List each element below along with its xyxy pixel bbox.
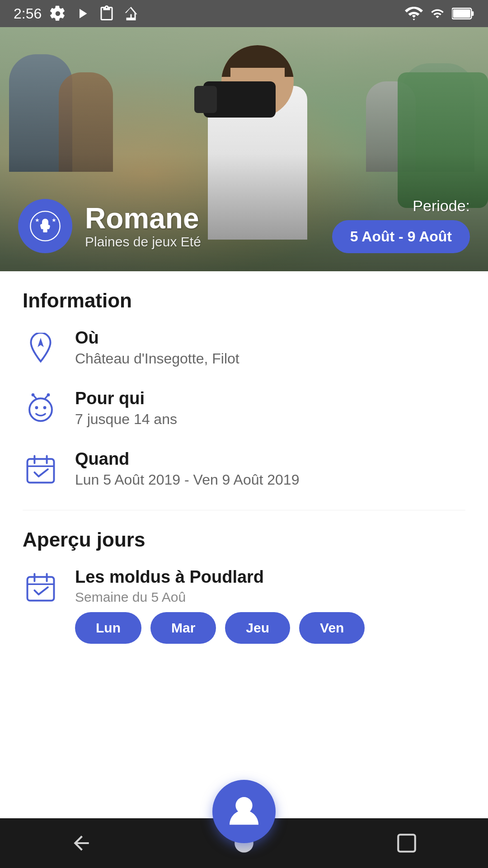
svg-rect-19 xyxy=(28,459,54,482)
svg-point-18 xyxy=(47,393,50,396)
where-title: Où xyxy=(75,328,239,348)
hero-text: Romane Plaines de jeux Eté xyxy=(85,203,201,250)
apercu-calendar-icon-container xyxy=(23,569,59,605)
svg-rect-23 xyxy=(28,577,54,600)
fab-person-icon xyxy=(226,793,262,830)
hero-name: Romane xyxy=(85,203,201,234)
apercu-item-content: Les moldus à Poudlard Semaine du 5 Aoû L… xyxy=(75,567,365,644)
status-bar: 2:56 xyxy=(0,0,488,27)
where-detail: Château d'Insegotte, Filot xyxy=(75,350,239,367)
for-whom-title: Pour qui xyxy=(75,389,177,408)
svg-rect-8 xyxy=(43,229,47,232)
when-detail: Lun 5 Août 2019 - Ven 9 Août 2019 xyxy=(75,472,299,488)
apercu-calendar-icon xyxy=(25,572,56,603)
hero-avatar: ★ ★ xyxy=(18,199,72,253)
svg-text:★: ★ xyxy=(35,217,40,223)
info-item-for-whom: Pour qui 7 jusque 14 ans xyxy=(23,389,465,428)
signal-icon xyxy=(429,7,446,20)
periode-label: Periode: xyxy=(413,197,470,215)
day-buttons: Lun Mar Jeu Ven xyxy=(75,612,365,644)
hero-subtitle: Plaines de jeux Eté xyxy=(85,234,201,250)
calendar-icon-container xyxy=(23,451,59,487)
play-icon xyxy=(74,5,90,22)
apercu-title: Aperçu jours xyxy=(23,528,465,551)
recent-apps-icon xyxy=(395,832,418,854)
location-icon-container xyxy=(23,330,59,366)
svg-point-16 xyxy=(32,393,35,396)
info-text-for-whom: Pour qui 7 jusque 14 ans xyxy=(75,389,177,428)
location-icon xyxy=(25,333,56,363)
svg-point-13 xyxy=(35,406,38,409)
fab-profile[interactable] xyxy=(212,780,276,843)
svg-rect-2 xyxy=(453,9,470,18)
hero-left: ★ ★ Romane Plaines de jeux Eté xyxy=(18,199,201,253)
svg-point-14 xyxy=(43,406,47,409)
information-title: Information xyxy=(23,289,465,312)
store-icon xyxy=(123,5,139,22)
apercu-item-title: Les moldus à Poudlard xyxy=(75,567,365,587)
gear-icon xyxy=(50,5,66,22)
svg-rect-29 xyxy=(398,835,415,852)
time: 2:56 xyxy=(14,5,42,22)
status-bar-left: 2:56 xyxy=(14,5,139,22)
hero-right: Periode: 5 Août - 9 Août xyxy=(332,197,470,253)
hero-content: ★ ★ Romane Plaines de jeux Eté Periode: … xyxy=(18,197,470,253)
svg-text:★: ★ xyxy=(52,217,56,223)
apercu-section: Aperçu jours Les moldus à Poudlard Semai… xyxy=(23,528,465,644)
info-item-where: Où Château d'Insegotte, Filot xyxy=(23,328,465,367)
battery-icon xyxy=(452,7,474,20)
apercu-item-subtitle: Semaine du 5 Aoû xyxy=(75,590,365,605)
info-text-when: Quand Lun 5 Août 2019 - Ven 9 Août 2019 xyxy=(75,449,299,488)
svg-point-12 xyxy=(29,398,52,421)
info-item-when: Quand Lun 5 Août 2019 - Ven 9 Août 2019 xyxy=(23,449,465,488)
recent-apps-button[interactable] xyxy=(389,825,425,861)
main-content: Information Où Château d'Insegotte, Filo… xyxy=(0,271,488,745)
for-whom-detail: 7 jusque 14 ans xyxy=(75,411,177,428)
svg-marker-11 xyxy=(38,338,44,347)
day-btn-ven[interactable]: Ven xyxy=(299,612,365,644)
day-btn-lun[interactable]: Lun xyxy=(75,612,141,644)
section-divider xyxy=(23,510,465,510)
hero-section: ★ ★ Romane Plaines de jeux Eté Periode: … xyxy=(0,27,488,271)
svg-rect-1 xyxy=(471,11,474,16)
day-btn-jeu[interactable]: Jeu xyxy=(225,612,290,644)
person-icon xyxy=(25,393,56,424)
when-title: Quand xyxy=(75,449,299,469)
back-icon xyxy=(70,832,93,854)
calendar-icon xyxy=(25,454,56,485)
apercu-item: Les moldus à Poudlard Semaine du 5 Aoû L… xyxy=(23,567,465,644)
wifi-icon xyxy=(405,7,423,20)
back-button[interactable] xyxy=(63,825,99,861)
clipboard-icon xyxy=(99,5,115,22)
person-icon-container xyxy=(23,391,59,427)
day-btn-mar[interactable]: Mar xyxy=(150,612,216,644)
info-text-where: Où Château d'Insegotte, Filot xyxy=(75,328,239,367)
status-bar-right xyxy=(405,7,474,20)
periode-badge: 5 Août - 9 Août xyxy=(332,220,470,253)
